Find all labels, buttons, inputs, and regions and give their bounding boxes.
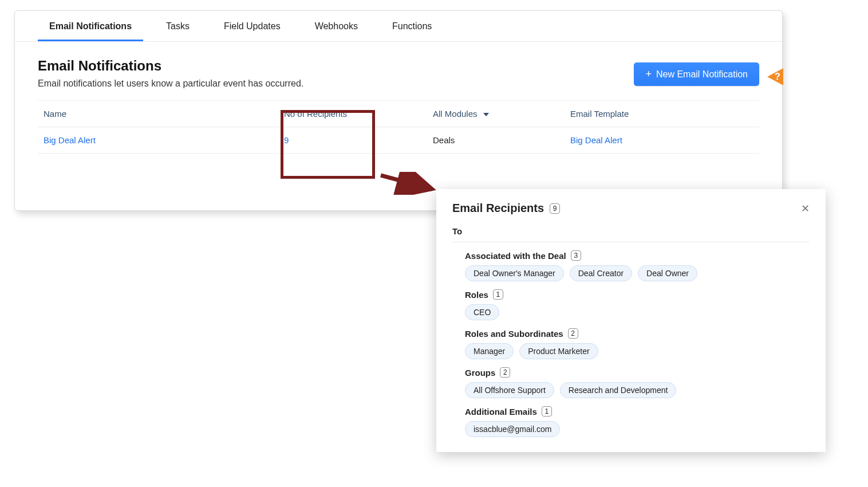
row-template-link[interactable]: Big Deal Alert <box>565 128 759 152</box>
close-icon: ✕ <box>801 203 810 214</box>
email-recipients-popup: Email Recipients 9 ✕ To Associated with … <box>436 189 826 452</box>
tab-functions[interactable]: Functions <box>381 12 443 41</box>
recipient-chip[interactable]: All Offshore Support <box>465 382 554 398</box>
popup-title-text: Email Recipients <box>452 202 544 215</box>
new-email-notification-button[interactable]: + New Email Notification <box>634 62 759 86</box>
group-heading: Roles1 <box>465 289 810 300</box>
col-module-label: All Modules <box>433 109 478 119</box>
group-heading: Groups2 <box>465 367 810 378</box>
plus-icon: + <box>645 68 652 80</box>
recipient-chip[interactable]: Research and Development <box>560 382 677 398</box>
chevron-down-icon <box>483 113 489 116</box>
tab-email-notifications[interactable]: Email Notifications <box>38 12 143 41</box>
chip-row: issacblue@gmail.com <box>465 421 810 437</box>
row-recipients-link[interactable]: 9 <box>278 128 427 152</box>
recipient-group: Groups2All Offshore SupportResearch and … <box>452 367 810 398</box>
tab-tasks[interactable]: Tasks <box>155 12 201 41</box>
popup-count-badge: 9 <box>550 203 560 214</box>
popup-header: Email Recipients 9 ✕ <box>452 202 810 215</box>
group-count-badge: 1 <box>542 406 552 417</box>
group-count-badge: 1 <box>493 289 503 300</box>
group-title: Additional Emails <box>465 407 537 417</box>
recipient-chip[interactable]: issacblue@gmail.com <box>465 421 560 437</box>
col-module-dropdown[interactable]: All Modules <box>427 102 565 125</box>
notifications-table: Name No of Recipients All Modules Email … <box>38 100 759 154</box>
group-heading: Roles and Subordinates2 <box>465 328 810 339</box>
chip-row: All Offshore SupportResearch and Develop… <box>465 382 810 398</box>
recipient-chip[interactable]: Deal Owner's Manager <box>465 265 564 281</box>
col-recipients[interactable]: No of Recipients <box>278 102 427 125</box>
page-subtitle: Email notifications let users know a par… <box>38 78 303 89</box>
col-template[interactable]: Email Template <box>565 102 759 125</box>
header-text: Email Notifications Email notifications … <box>38 58 303 89</box>
tab-field-updates[interactable]: Field Updates <box>212 12 292 41</box>
header-row: Email Notifications Email notifications … <box>15 42 782 100</box>
row-module: Deals <box>427 128 565 152</box>
group-title: Roles and Subordinates <box>465 329 563 339</box>
group-title: Associated with the Deal <box>465 251 566 261</box>
row-name-link[interactable]: Big Deal Alert <box>38 128 278 152</box>
recipient-chip[interactable]: Deal Owner <box>638 265 697 281</box>
chip-row: Deal Owner's ManagerDeal CreatorDeal Own… <box>465 265 810 281</box>
to-label: To <box>452 226 810 242</box>
recipient-group: Associated with the Deal3Deal Owner's Ma… <box>452 250 810 281</box>
recipient-groups: Associated with the Deal3Deal Owner's Ma… <box>452 250 810 437</box>
recipient-group: Roles1CEO <box>452 289 810 320</box>
tab-webhooks[interactable]: Webhooks <box>303 12 369 41</box>
recipient-chip[interactable]: Deal Creator <box>570 265 632 281</box>
popup-title: Email Recipients 9 <box>452 202 560 215</box>
group-heading: Additional Emails1 <box>465 406 810 417</box>
page-title: Email Notifications <box>38 58 303 74</box>
recipient-chip[interactable]: Product Marketer <box>519 343 598 359</box>
recipient-group: Additional Emails1issacblue@gmail.com <box>452 406 810 437</box>
group-count-badge: 3 <box>571 250 581 261</box>
recipient-chip[interactable]: CEO <box>465 304 499 320</box>
recipient-group: Roles and Subordinates2ManagerProduct Ma… <box>452 328 810 359</box>
group-count-badge: 2 <box>500 367 510 378</box>
group-heading: Associated with the Deal3 <box>465 250 810 261</box>
group-count-badge: 2 <box>568 328 578 339</box>
chip-row: ManagerProduct Marketer <box>465 343 810 359</box>
group-title: Groups <box>465 368 495 378</box>
main-card: Email NotificationsTasksField UpdatesWeb… <box>14 10 783 211</box>
new-button-label: New Email Notification <box>656 69 748 80</box>
tab-bar: Email NotificationsTasksField UpdatesWeb… <box>15 11 782 42</box>
chip-row: CEO <box>465 304 810 320</box>
recipient-chip[interactable]: Manager <box>465 343 514 359</box>
help-icon: ? <box>775 72 780 82</box>
group-title: Roles <box>465 290 488 300</box>
table-header-row: Name No of Recipients All Modules Email … <box>38 101 759 127</box>
close-button[interactable]: ✕ <box>801 202 810 215</box>
col-name[interactable]: Name <box>38 102 278 125</box>
table-row: Big Deal Alert 9 Deals Big Deal Alert <box>38 127 759 154</box>
